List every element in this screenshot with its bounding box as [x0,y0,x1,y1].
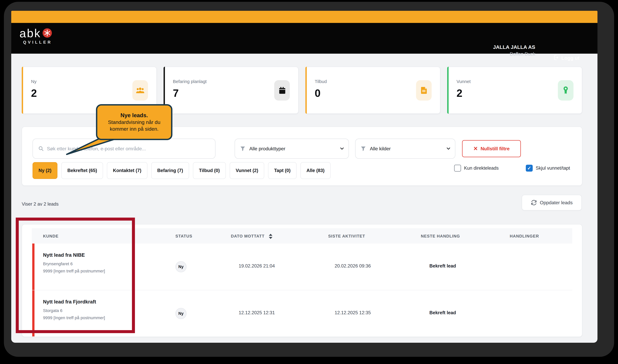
chip-befaring[interactable]: Befaring (7) [151,162,189,179]
document-icon [416,80,432,101]
stat-label: Vunnet [457,79,471,84]
refresh-leads-label: Oppdater leads [540,200,573,206]
stat-label: Befaring planlagt [173,79,207,84]
column-kunde: KUNDE [43,234,59,239]
reset-filters-button[interactable]: ✕ Nullstill filtre [462,140,521,157]
annotation-callout: Nye leads. Standardvisning når du kommer… [96,104,172,140]
user-info: JALLA JALLA AS Doffen Duck [493,44,535,57]
row-status-accent [32,290,35,337]
logout-icon [553,55,559,62]
sort-icon[interactable] [269,234,273,239]
chevron-down-icon [446,146,451,151]
stat-value: 7 [173,87,179,99]
app-header: abk QVILLER JALLA JALLA AS Doffen Duck [11,23,597,54]
lead-address: Brynsengfaret 6 [43,261,73,266]
calendar-icon [274,80,290,101]
people-icon [132,80,148,101]
brand-logo-subtext: QVILLER [23,40,52,45]
table-row[interactable]: Nytt lead fra NIBE Brynsengfaret 6 9999 … [32,244,572,290]
results-count: Viser 2 av 2 leads [22,201,59,207]
search-icon [38,146,44,152]
column-status: STATUS [175,234,192,239]
orange-topbar [11,11,597,23]
company-name: JALLA JALLA AS [493,44,535,51]
award-icon [558,80,574,101]
status-filter-chips: Ny (2) Bekreftet (65) Kontaktet (7) Befa… [33,162,331,179]
last-activity: 12.12.2025 12:35 [335,310,371,315]
reset-filters-label: Nullstill filtre [481,146,510,152]
lead-title: Nytt lead fra NIBE [43,252,85,258]
stat-value: 0 [315,87,321,99]
date-received: 19.02.2026 21:04 [239,263,275,269]
brand-logo-text: abk [19,27,41,40]
filter-icon [240,146,245,151]
stat-card-vunnet[interactable]: Vunnet 2 [447,67,582,114]
last-activity: 20.02.2026 09:36 [335,263,371,269]
chip-kontaktet[interactable]: Kontaktet (7) [107,162,147,179]
stat-value: 2 [457,87,462,99]
leads-table: KUNDE STATUS DATO MOTTATT SISTE AKTIVITE… [22,224,582,337]
column-handlinger: HANDLINGER [510,234,539,239]
stat-value: 2 [31,87,37,99]
chip-tilbud[interactable]: Tilbud (0) [193,162,226,179]
status-badge: Ny [175,261,186,272]
chip-ny[interactable]: Ny (2) [33,162,57,179]
refresh-leads-button[interactable]: Oppdater leads [522,195,582,210]
logout-label: Logg ut [561,55,579,61]
checkbox-direct-leads-label: Kun direkteleads [464,165,499,171]
column-dato-mottatt[interactable]: DATO MOTTATT [231,234,264,239]
source-dropdown[interactable]: Alle kilder [355,139,455,159]
stat-accent [305,67,307,114]
logout-button[interactable]: Logg ut [553,55,579,62]
checkbox-hide-won-lost-label: Skjul vunnet/tapt [536,165,570,171]
column-siste-aktivitet: SISTE AKTIVITET [328,234,365,239]
chip-tapt[interactable]: Tapt (0) [268,162,297,179]
stat-label: Tilbud [315,79,327,84]
checkbox-checked-icon: ✓ [526,165,533,172]
product-type-value: Alle produkttyper [249,146,285,152]
checkbox-hide-won-lost[interactable]: ✓ Skjul vunnet/tapt [526,165,570,172]
checkbox-direct-leads[interactable]: Kun direkteleads [454,165,499,172]
chip-bekreftet[interactable]: Bekreftet (65) [61,162,103,179]
status-badge: Ny [175,308,186,319]
chevron-down-icon [340,146,344,151]
table-header [32,228,572,244]
search-box [33,139,215,159]
checkbox-unchecked-icon [454,165,461,172]
close-icon: ✕ [473,145,478,152]
stat-label: Ny [31,79,37,84]
chip-alle[interactable]: Alle (83) [301,162,331,179]
source-value: Alle kilder [370,146,391,152]
callout-title: Nye leads. [120,112,148,119]
lead-postal: 9999 [Ingen treff på postnummer] [43,315,105,320]
row-status-accent [32,244,35,290]
table-row[interactable]: Nytt lead fra Fjordkraft Storgata 6 9999… [32,290,572,337]
product-type-dropdown[interactable]: Alle produkttyper [235,139,349,159]
chip-vunnet[interactable]: Vunnet (2) [230,162,264,179]
date-received: 12.12.2025 12:31 [239,310,275,315]
stat-card-tilbud[interactable]: Tilbud 0 [305,67,440,114]
refresh-icon [531,200,537,206]
lead-postal: 9999 [Ingen treff på postnummer] [43,269,105,273]
lead-title: Nytt lead fra Fjordkraft [43,299,96,305]
stat-accent [22,67,23,114]
brand-logo: abk QVILLER [19,27,52,45]
filter-icon [361,146,366,151]
stat-card-befaring[interactable]: Befaring planlagt 7 [164,67,299,114]
callout-body: Standardvisning når du kommer inn på sid… [103,119,166,132]
asterisk-logo-icon [43,28,52,38]
column-neste-handling: NESTE HANDLING [421,234,460,239]
lead-address: Storgata 6 [43,308,62,313]
stat-accent [447,67,448,114]
next-action-link[interactable]: Bekreft lead [429,263,456,269]
user-name: Doffen Duck [493,51,535,57]
app-window: abk QVILLER JALLA JALLA AS Doffen Duck [11,11,597,343]
next-action-link[interactable]: Bekreft lead [429,310,456,315]
